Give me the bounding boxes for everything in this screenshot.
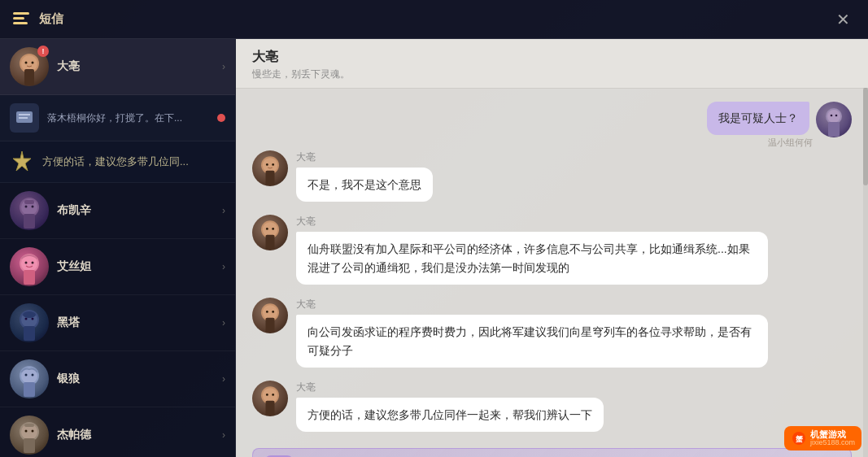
chat-contact-name: 大亳 [252, 49, 852, 66]
bottom-logo: 蟹 机蟹游戏 jixie5188.com [784, 426, 861, 450]
close-button[interactable]: ✕ [831, 7, 855, 32]
contact-name-dazhang: 大亳 [57, 59, 219, 74]
quest-icon [10, 150, 34, 174]
message-icon [13, 12, 33, 27]
avatar-dazhang-chat4 [252, 381, 288, 416]
bubble-left-3: 向公司发函求证的程序费时费力，因此将军建议我们向星穹列车的各位寻求帮助，是否有可… [296, 315, 768, 368]
sidebar: 大亳 ! › 落木梧桐你好，打搅了。在下... [0, 39, 236, 457]
svg-point-35 [32, 430, 34, 433]
svg-rect-58 [266, 318, 275, 333]
svg-point-45 [835, 115, 838, 117]
svg-point-18 [25, 262, 28, 264]
msg-content-3: 大亳 向公司发函求证的程序费时费力，因此将军建议我们向星穹列车的各位寻求帮助，是… [296, 298, 768, 368]
message-left-2: 大亳 仙舟联盟没有加入星际和平公司的经济体，许多信息不与公司共享，比如通缉系统.… [252, 215, 852, 285]
logo-icon: 蟹 [791, 430, 807, 446]
message-left-3: 大亳 向公司发函求证的程序费时费力，因此将军建议我们向星穹列车的各位寻求帮助，是… [252, 298, 852, 368]
bubble-left-1: 不是，我不是这个意思 [296, 168, 433, 202]
message-left-1: 大亳 不是，我不是这个意思 [252, 150, 852, 202]
svg-point-60 [272, 311, 274, 313]
avatar-aisijie [10, 247, 49, 286]
svg-point-59 [266, 311, 268, 313]
avatar-dazhang-chat3 [252, 298, 288, 333]
chat-subtitle: 慢些走，别丢下灵魂。 [252, 67, 852, 81]
avatar-player [816, 102, 852, 137]
svg-point-3 [25, 62, 28, 64]
svg-rect-2 [24, 69, 34, 85]
svg-point-4 [32, 62, 34, 64]
chat-area: 大亳 慢些走，别丢下灵魂。 温小组何何 我是可疑人士？ [236, 39, 868, 457]
svg-point-42 [827, 110, 840, 123]
bubble-left-4: 方便的话，建议您多带几位同伴一起来，帮我们辨认一下 [296, 398, 604, 432]
svg-point-24 [32, 318, 34, 320]
svg-rect-14 [24, 200, 34, 204]
avatar-dazhang-chat2 [252, 215, 288, 250]
svg-rect-43 [828, 122, 840, 137]
arrow-jiepade: › [222, 429, 225, 441]
message-left-4: 大亳 方便的话，建议您多带几位同伴一起来，帮我们辨认一下 [252, 381, 852, 432]
notification-badge-dazhang: ! [37, 46, 49, 57]
msg-name-4: 大亳 [296, 381, 604, 394]
arrow-bukaixin: › [222, 205, 225, 216]
bubble-left-2: 仙舟联盟没有加入星际和平公司的经济体，许多信息不与公司共享，比如通缉系统...如… [296, 232, 768, 285]
contact-item-dazhang[interactable]: 大亳 ! › [0, 39, 235, 95]
bubble-right-1: 我是可疑人士？ [707, 102, 809, 135]
svg-rect-63 [266, 401, 275, 416]
avatar-yinlang [10, 359, 49, 398]
quest-banner[interactable]: 已接受任务 异邦骑士 [252, 448, 852, 457]
watermark: 温小组何何 [768, 137, 813, 149]
contact-item-bukaixin[interactable]: 布凯辛 › [0, 183, 235, 239]
scrollbar-track[interactable] [863, 88, 868, 457]
logo-subtext: jixie5188.com [810, 439, 855, 447]
arrow-yinlang: › [222, 373, 225, 385]
scrollbar-thumb[interactable] [863, 88, 868, 185]
svg-text:蟹: 蟹 [795, 435, 803, 443]
avatar-heita [10, 303, 49, 342]
svg-rect-48 [266, 171, 275, 185]
svg-point-13 [32, 206, 34, 208]
message-preview-text: 落木梧桐你好，打搅了。在下... [47, 111, 217, 125]
header-title: 短信 [39, 11, 63, 27]
arrow-aisijie: › [222, 261, 225, 272]
svg-point-54 [266, 228, 268, 230]
main-layout: 大亳 ! › 落木梧桐你好，打搅了。在下... [0, 39, 868, 457]
svg-rect-22 [24, 326, 35, 341]
message-right-1: 我是可疑人士？ [252, 102, 852, 137]
message-preview-icon [10, 103, 39, 133]
contact-item-heita[interactable]: 黑塔 › [0, 295, 235, 351]
msg-content-2: 大亳 仙舟联盟没有加入星际和平公司的经济体，许多信息不与公司共享，比如通缉系统.… [296, 215, 768, 285]
msg-name-3: 大亳 [296, 298, 768, 311]
arrow-dazhang: › [222, 61, 225, 72]
contact-item-yinlang[interactable]: 银狼 › [0, 351, 235, 407]
svg-rect-11 [24, 214, 35, 228]
message-preview-luomu[interactable]: 落木梧桐你好，打搅了。在下... [0, 95, 235, 141]
contact-name-yinlang: 银狼 [57, 372, 219, 386]
msg-content-4: 大亳 方便的话，建议您多带几位同伴一起来，帮我们辨认一下 [296, 381, 604, 432]
contact-name-jiepade: 杰帕德 [57, 428, 219, 442]
svg-point-55 [272, 228, 274, 230]
quest-text: 方便的话，建议您多带几位同... [42, 155, 225, 169]
contact-name-aisijie: 艾丝妲 [57, 259, 219, 274]
svg-point-30 [32, 374, 34, 376]
svg-point-44 [831, 115, 833, 117]
avatar-bukaixin [10, 191, 49, 230]
svg-point-29 [25, 374, 28, 376]
svg-point-64 [266, 394, 268, 396]
svg-rect-33 [24, 438, 35, 453]
header: 短信 ✕ [0, 0, 868, 39]
svg-rect-5 [16, 111, 33, 123]
svg-point-23 [25, 318, 28, 320]
app-container: 短信 ✕ 大亳 ! › [0, 0, 868, 457]
svg-rect-17 [24, 270, 35, 285]
svg-point-12 [25, 206, 28, 208]
svg-rect-36 [24, 424, 34, 427]
svg-point-19 [32, 262, 34, 264]
contact-item-jiepade[interactable]: 杰帕德 › [0, 407, 235, 457]
contact-name-heita: 黑塔 [57, 316, 219, 330]
svg-marker-8 [13, 151, 31, 171]
svg-point-65 [272, 394, 274, 396]
contact-name-bukaixin: 布凯辛 [57, 203, 219, 218]
quest-item-fangbian[interactable]: 方便的话，建议您多带几位同... [0, 141, 235, 183]
arrow-heita: › [222, 317, 225, 329]
contact-item-aisijie[interactable]: 艾丝妲 › [0, 239, 235, 295]
svg-rect-25 [23, 311, 36, 318]
